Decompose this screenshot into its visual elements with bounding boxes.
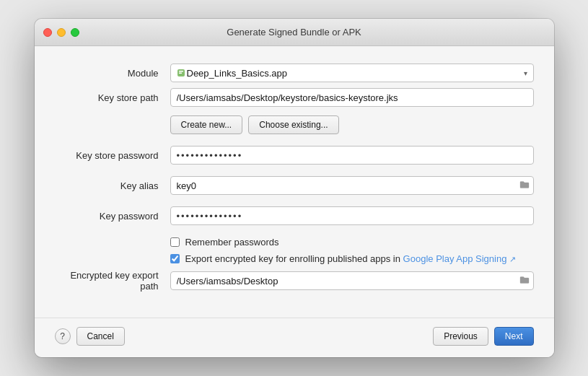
keystore-path-input[interactable] xyxy=(170,88,534,107)
cancel-button[interactable]: Cancel xyxy=(76,327,125,346)
create-new-button[interactable]: Create new... xyxy=(170,115,243,134)
key-password-input[interactable] xyxy=(170,206,534,225)
keystore-buttons-row: Create new... Choose existing... xyxy=(55,111,534,134)
module-app-icon xyxy=(177,68,187,78)
minimize-button[interactable] xyxy=(57,28,66,37)
previous-button[interactable]: Previous xyxy=(433,327,488,346)
external-link-icon: ↗ xyxy=(509,255,516,263)
remember-passwords-row: Remember passwords xyxy=(55,237,534,248)
key-alias-field-area xyxy=(170,176,534,195)
module-dropdown[interactable]: Deep_Links_Basics.app ▾ xyxy=(170,64,534,82)
folder-icon-2 xyxy=(519,275,530,287)
key-alias-input-wrapper xyxy=(170,176,534,195)
keystore-password-input[interactable] xyxy=(170,146,534,165)
svg-rect-2 xyxy=(179,73,182,74)
keystore-password-field-area xyxy=(170,146,534,165)
close-button[interactable] xyxy=(43,28,52,37)
key-password-label: Key password xyxy=(55,211,170,222)
export-key-checkbox[interactable] xyxy=(170,254,180,263)
keystore-password-row: Key store password xyxy=(55,146,534,165)
dialog-footer: ? Cancel Previous Next xyxy=(35,318,554,357)
module-label: Module xyxy=(55,68,170,79)
export-key-row: Export encrypted key for enrolling publi… xyxy=(55,253,534,264)
next-button[interactable]: Next xyxy=(494,327,534,346)
keystore-path-label: Key store path xyxy=(55,92,170,103)
window-title: Generate Signed Bundle or APK xyxy=(227,27,361,38)
chevron-down-icon: ▾ xyxy=(524,69,527,77)
encrypted-path-input-wrapper xyxy=(170,271,534,290)
encrypted-key-path-field-area xyxy=(170,271,534,290)
form-content: Module Deep_Links_Basics.app ▾ Key store… xyxy=(35,46,554,318)
module-field-area: Deep_Links_Basics.app ▾ xyxy=(170,64,534,82)
encrypted-key-path-row: Encrypted key export path xyxy=(55,270,534,292)
module-value: Deep_Links_Basics.app xyxy=(187,68,524,79)
svg-rect-1 xyxy=(179,71,183,72)
remember-passwords-label: Remember passwords xyxy=(185,237,279,248)
remember-passwords-checkbox[interactable] xyxy=(170,237,180,247)
choose-existing-button[interactable]: Choose existing... xyxy=(248,115,338,134)
key-password-field-area xyxy=(170,206,534,225)
maximize-button[interactable] xyxy=(71,28,79,37)
encrypted-key-path-input[interactable] xyxy=(170,271,534,290)
keystore-path-field-area xyxy=(170,88,534,107)
traffic-lights xyxy=(43,28,79,37)
module-row: Module Deep_Links_Basics.app ▾ xyxy=(55,64,534,82)
help-button[interactable]: ? xyxy=(55,328,71,344)
keystore-path-row: Key store path xyxy=(55,88,534,107)
keystore-password-label: Key store password xyxy=(55,150,170,161)
keystore-buttons-area: Create new... Choose existing... xyxy=(170,111,534,134)
dialog-window: Generate Signed Bundle or APK Module Dee… xyxy=(35,19,554,357)
titlebar: Generate Signed Bundle or APK xyxy=(35,19,554,46)
footer-left: ? Cancel xyxy=(55,327,125,346)
key-password-row: Key password xyxy=(55,206,534,225)
encrypted-key-path-label: Encrypted key export path xyxy=(55,270,170,292)
key-alias-row: Key alias xyxy=(55,176,534,195)
key-alias-label: Key alias xyxy=(55,180,170,191)
key-alias-input[interactable] xyxy=(170,176,534,195)
export-key-label: Export encrypted key for enrolling publi… xyxy=(185,253,517,264)
footer-right: Previous Next xyxy=(433,327,533,346)
google-play-link[interactable]: Google Play App Signing xyxy=(403,253,507,264)
folder-icon xyxy=(519,180,530,191)
